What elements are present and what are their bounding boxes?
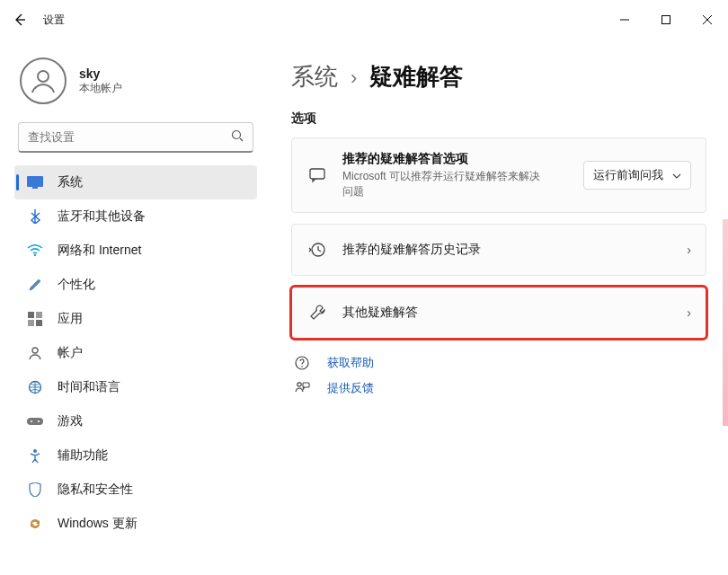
sidebar-item-network[interactable]: 网络和 Internet [14,234,257,268]
search-input[interactable] [18,122,253,153]
breadcrumb: 系统 › 疑难解答 [291,61,706,93]
svg-rect-0 [662,16,670,24]
link-get-help[interactable]: 获取帮助 [291,355,706,371]
row-label: 其他疑难解答 [342,305,418,321]
svg-point-1 [38,71,49,82]
bluetooth-icon [25,209,45,224]
sidebar-item-gaming[interactable]: 游戏 [14,404,257,438]
sidebar-item-accessibility[interactable]: 辅助功能 [14,438,257,473]
sidebar-item-accounts[interactable]: 帐户 [14,336,257,370]
back-button[interactable] [0,0,40,40]
link-feedback[interactable]: 提供反馈 [291,380,706,396]
search-field[interactable] [28,130,231,144]
chat-icon [306,166,328,184]
sidebar-item-label: 应用 [58,311,83,327]
close-button[interactable] [687,5,728,34]
avatar [20,58,67,104]
svg-point-14 [38,420,40,422]
sidebar-item-label: 系统 [58,174,83,190]
pref-dropdown[interactable]: 运行前询问我 [583,161,691,190]
sidebar-item-label: 网络和 Internet [58,243,141,259]
chevron-down-icon [672,168,681,181]
gamepad-icon [25,416,45,427]
help-icon [291,355,313,371]
link-text[interactable]: 获取帮助 [327,355,374,371]
sidebar-item-bluetooth[interactable]: 蓝牙和其他设备 [14,199,257,234]
globe-clock-icon [25,380,45,394]
feedback-icon [291,380,313,396]
search-icon [231,129,244,146]
svg-rect-8 [28,320,34,326]
person-icon [28,66,58,96]
svg-rect-9 [36,320,42,326]
svg-point-19 [301,366,303,367]
svg-rect-3 [27,176,43,187]
sidebar-item-time-language[interactable]: 时间和语言 [14,370,257,404]
row-label: 推荐的疑难解答历史记录 [342,242,481,258]
svg-rect-16 [310,169,324,179]
wrench-icon [306,304,328,322]
chevron-right-icon: › [687,243,691,257]
main: 系统 › 疑难解答 选项 推荐的疑难解答首选项 Microsoft 可以推荐并运… [271,40,728,575]
svg-rect-4 [32,187,38,189]
maximize-icon [661,14,671,25]
card-title: 推荐的疑难解答首选项 [342,151,569,167]
arrow-left-icon [13,13,27,27]
section-options: 选项 [291,111,706,127]
sidebar-item-label: 辅助功能 [58,447,108,464]
accessibility-icon [25,448,45,463]
update-icon [25,517,45,531]
row-other-troubleshoot[interactable]: 其他疑难解答 › [291,287,706,339]
brush-icon [25,278,45,292]
row-troubleshoot-history[interactable]: 推荐的疑难解答历史记录 › [291,224,706,276]
svg-rect-12 [27,418,43,425]
sidebar-item-label: Windows 更新 [58,516,138,532]
dropdown-label: 运行前询问我 [593,167,663,183]
user-text: sky 本地帐户 [79,66,122,96]
svg-point-10 [32,348,38,353]
sidebar-item-label: 蓝牙和其他设备 [58,208,146,225]
sidebar: sky 本地帐户 系统 蓝牙和其他设备 网络和 Internet [0,40,271,575]
sidebar-item-label: 帐户 [58,345,83,361]
shield-icon [25,482,45,497]
sidebar-item-windows-update[interactable]: Windows 更新 [14,507,257,541]
sidebar-item-system[interactable]: 系统 [14,165,257,199]
link-text[interactable]: 提供反馈 [327,380,374,396]
apps-icon [25,312,45,326]
sidebar-item-label: 隐私和安全性 [58,482,133,498]
sidebar-item-apps[interactable]: 应用 [14,302,257,336]
chevron-right-icon: › [687,305,691,320]
window-controls [604,5,728,34]
maximize-button[interactable] [645,5,687,34]
user-subtitle: 本地帐户 [79,81,122,96]
app-title: 设置 [43,13,65,28]
breadcrumb-parent[interactable]: 系统 [291,61,338,93]
svg-point-5 [34,254,36,256]
svg-rect-7 [36,312,42,318]
history-icon [306,241,328,259]
svg-point-20 [297,382,301,385]
close-icon [702,14,713,25]
svg-point-2 [233,130,241,138]
edge-accent [723,219,728,426]
svg-rect-21 [303,383,309,387]
user-panel[interactable]: sky 本地帐户 [9,47,262,120]
sidebar-item-label: 时间和语言 [58,379,120,395]
wifi-icon [25,244,45,257]
sidebar-item-privacy[interactable]: 隐私和安全性 [14,473,257,507]
card-text: 推荐的疑难解答首选项 Microsoft 可以推荐并运行疑难解答来解决问题 [342,151,569,199]
sidebar-item-label: 个性化 [58,277,95,293]
page-title: 疑难解答 [369,61,463,93]
user-name: sky [79,66,122,81]
account-icon [25,346,45,360]
minimize-icon [619,14,630,25]
display-icon [25,176,45,189]
chevron-right-icon: › [351,66,357,90]
minimize-button[interactable] [604,5,645,34]
svg-rect-6 [28,312,34,318]
titlebar: 设置 [0,0,728,40]
sidebar-item-personalization[interactable]: 个性化 [14,268,257,302]
sidebar-item-label: 游戏 [58,413,83,429]
svg-point-15 [33,449,37,453]
card-troubleshoot-pref: 推荐的疑难解答首选项 Microsoft 可以推荐并运行疑难解答来解决问题 运行… [291,137,706,213]
